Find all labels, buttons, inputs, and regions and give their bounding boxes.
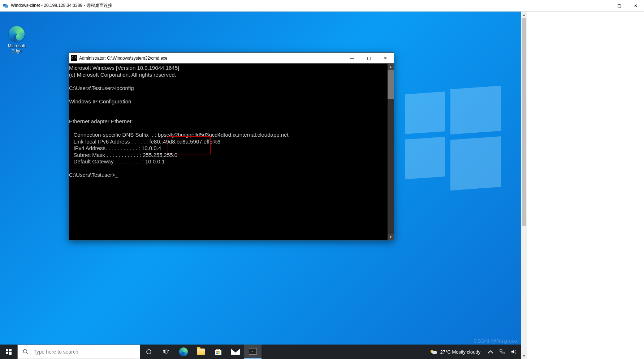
rdp-icon xyxy=(3,3,9,9)
tray-chevron[interactable] xyxy=(485,349,496,355)
cmd-output[interactable]: Microsoft Windows [Version 10.0.19044.16… xyxy=(69,64,388,240)
scroll-up-icon[interactable]: ▲ xyxy=(388,64,394,70)
svg-point-8 xyxy=(147,350,151,354)
desktop-icon-label-2: Edge xyxy=(3,48,30,54)
svg-rect-2 xyxy=(6,349,8,351)
scroll-thumb[interactable] xyxy=(388,70,394,99)
tray-network[interactable] xyxy=(497,349,507,355)
cmd-scrollbar[interactable]: ▲ ▼ xyxy=(388,64,394,240)
csdn-watermark: CSDN @Nirgiuox xyxy=(474,338,518,344)
taskbar-app-cmd[interactable]: >_ xyxy=(244,345,262,359)
scroll-thumb[interactable] xyxy=(522,18,526,226)
svg-point-17 xyxy=(432,351,437,354)
store-icon xyxy=(214,348,222,355)
cmd-maximize-button[interactable]: ▢ xyxy=(360,53,377,63)
tray-volume[interactable] xyxy=(509,349,519,355)
host-close-button[interactable]: ✕ xyxy=(627,0,644,12)
desktop-icon-edge[interactable]: Microsoft Edge xyxy=(3,26,30,54)
svg-rect-3 xyxy=(9,349,12,351)
mail-icon xyxy=(231,349,240,355)
svg-line-7 xyxy=(27,353,29,355)
taskbar-search[interactable]: Type here to search xyxy=(17,345,140,359)
cmd-close-button[interactable]: ✕ xyxy=(377,53,394,63)
taskbar-weather[interactable]: 27°C Mostly cloudy xyxy=(426,349,484,355)
svg-point-6 xyxy=(23,350,27,353)
terminal-icon: >_ xyxy=(249,348,257,355)
rdp-host-title: Windows-clinet - 20.198.128.34:3389 - 远程… xyxy=(11,3,112,9)
taskbar-app-explorer[interactable] xyxy=(192,345,209,359)
scroll-down-icon[interactable]: ▼ xyxy=(521,353,527,359)
windows-icon xyxy=(6,349,12,355)
host-window-gutter xyxy=(527,12,644,359)
remote-desktop[interactable]: Microsoft Edge C:\ Administrator: C:\Win… xyxy=(0,12,521,359)
taskbar-app-store[interactable] xyxy=(209,345,227,359)
system-tray[interactable]: 27°C Mostly cloudy xyxy=(426,345,521,359)
rdp-host-titlebar[interactable]: Windows-clinet - 20.198.128.34:3389 - 远程… xyxy=(0,0,644,12)
cmd-cursor xyxy=(115,178,118,178)
volume-icon xyxy=(511,349,517,355)
svg-rect-14 xyxy=(216,353,218,354)
desktop-icon-label: Microsoft xyxy=(3,43,30,48)
scroll-up-icon[interactable]: ▲ xyxy=(521,12,527,18)
search-placeholder: Type here to search xyxy=(34,349,78,355)
edge-icon xyxy=(179,347,188,356)
svg-rect-1 xyxy=(5,5,8,8)
taskbar-app-mail[interactable] xyxy=(227,345,244,359)
cmd-icon: C:\ xyxy=(71,55,77,61)
task-view-icon xyxy=(163,349,169,355)
wallpaper-windows-logo xyxy=(405,87,499,181)
taskbar-app-edge[interactable] xyxy=(175,345,192,359)
cmd-titlebar[interactable]: C:\ Administrator: C:\Windows\system32\c… xyxy=(69,53,394,64)
svg-rect-4 xyxy=(6,352,8,354)
weather-icon xyxy=(429,349,437,355)
search-icon xyxy=(23,349,29,355)
svg-rect-12 xyxy=(216,351,218,352)
scroll-down-icon[interactable]: ▼ xyxy=(388,234,394,240)
taskbar[interactable]: Type here to search >_ 27°C Mostly cloud… xyxy=(0,345,521,359)
svg-rect-9 xyxy=(163,350,165,353)
cmd-title-text: Administrator: C:\Windows\system32\cmd.e… xyxy=(79,56,168,61)
svg-rect-5 xyxy=(9,352,12,355)
edge-icon xyxy=(9,26,25,42)
cortana-button[interactable] xyxy=(140,345,157,359)
viewport-scrollbar[interactable]: ▲ ▼ xyxy=(521,12,527,359)
task-view-button[interactable] xyxy=(157,345,175,359)
folder-icon xyxy=(197,349,205,355)
svg-rect-11 xyxy=(168,350,169,353)
svg-rect-18 xyxy=(500,350,502,351)
svg-rect-19 xyxy=(502,352,504,354)
network-icon xyxy=(499,349,505,355)
svg-rect-15 xyxy=(218,353,220,354)
cmd-minimize-button[interactable]: — xyxy=(344,53,360,63)
cmd-window[interactable]: C:\ Administrator: C:\Windows\system32\c… xyxy=(69,52,394,240)
svg-rect-10 xyxy=(165,350,167,354)
host-minimize-button[interactable]: — xyxy=(594,0,611,12)
chevron-up-icon xyxy=(488,349,493,355)
host-maximize-button[interactable]: ▢ xyxy=(611,0,627,12)
weather-text: 27°C Mostly cloudy xyxy=(440,349,480,355)
start-button[interactable] xyxy=(0,345,17,359)
cortana-icon xyxy=(146,349,152,355)
svg-rect-13 xyxy=(218,351,220,352)
